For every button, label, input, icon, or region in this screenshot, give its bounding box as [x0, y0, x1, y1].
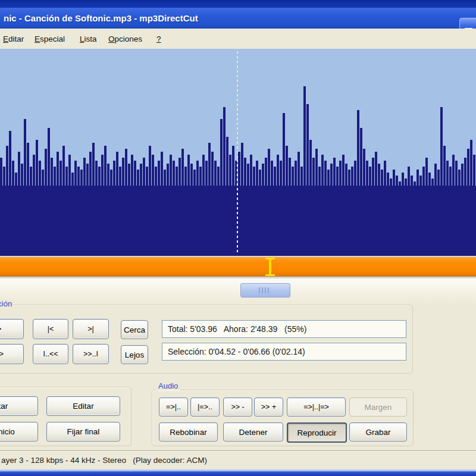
play-from-cursor-button[interactable]: |=>..	[190, 397, 220, 416]
title-bar: nic - Canción de Softonic.mp3 - mp3Direc…	[0, 8, 476, 29]
menu-editar[interactable]: Editar	[1, 33, 26, 45]
selection-start-button[interactable]: I..<<	[33, 344, 68, 364]
position-marker-bottom-cap	[265, 274, 275, 276]
menu-opciones[interactable]: Opciones	[106, 33, 145, 45]
scrollbar-grip-icon	[259, 287, 271, 293]
menu-bar: Editar Especial Lista Opciones ?	[0, 29, 476, 49]
selection-end-button[interactable]: >>..I	[73, 344, 109, 364]
audio-group-label: Audio	[156, 381, 180, 390]
window-bottom-border	[0, 469, 476, 476]
waveform-display[interactable]	[0, 49, 476, 256]
position-group-label: Posición	[0, 299, 14, 308]
speed-down-button[interactable]: >> -	[223, 397, 252, 416]
scroll-track[interactable]	[0, 278, 476, 305]
menu-lista[interactable]: Lista	[77, 33, 99, 45]
play-to-cursor-button[interactable]: =>|..	[159, 397, 188, 416]
position-marker[interactable]	[269, 259, 271, 275]
fast-forward-3-button[interactable]: >>>	[0, 344, 24, 364]
play-button[interactable]: Reproducir	[287, 422, 347, 443]
menu-especial[interactable]: Especial	[32, 33, 67, 45]
speed-up-button[interactable]: >> +	[254, 397, 283, 416]
play-over-cut-button[interactable]: =>|..|=>	[287, 397, 346, 416]
cut-button[interactable]: Cortar	[0, 396, 38, 416]
prev-marker-button[interactable]: |<	[33, 319, 68, 339]
selection-readout: Selección: 0'04.52 - 0'06.66 (0'02.14)	[162, 343, 406, 361]
window-top-border	[0, 0, 476, 8]
time-readout: Total: 5'03.96 Ahora: 2'48.39 (55%)	[162, 320, 406, 338]
set-end-button[interactable]: Fijar final	[46, 422, 120, 441]
stop-button[interactable]: Detener	[223, 422, 283, 441]
zoom-in-button[interactable]: Cerca	[121, 320, 148, 339]
set-start-button[interactable]: Fijar inicio	[0, 422, 38, 441]
window-title: nic - Canción de Softonic.mp3 - mp3Direc…	[4, 8, 198, 29]
status-bar: ayer 3 - 128 kbps - 44 kHz - Stereo (Pla…	[0, 452, 476, 469]
rewind-button[interactable]: Rebobinar	[159, 422, 218, 441]
scrollbar-thumb[interactable]	[240, 283, 290, 298]
play-cursor-upper	[237, 51, 238, 159]
waveform-bars	[0, 49, 476, 256]
app-window: nic - Canción de Softonic.mp3 - mp3Direc…	[0, 0, 476, 476]
record-button[interactable]: Grabar	[349, 422, 407, 441]
fast-forward-button[interactable]: >>	[0, 319, 24, 339]
position-slider-track[interactable]	[0, 257, 476, 277]
menu-help[interactable]: ?	[154, 33, 164, 45]
file-info-text: ayer 3 - 128 kbps - 44 kHz - Stereo (Pla…	[1, 456, 207, 465]
next-marker-button[interactable]: >|	[73, 319, 109, 339]
edit-button[interactable]: Editar	[46, 396, 120, 416]
play-cursor-lower	[237, 159, 238, 255]
margin-button: Margen	[349, 397, 407, 416]
zoom-out-button[interactable]: Lejos	[121, 345, 148, 364]
